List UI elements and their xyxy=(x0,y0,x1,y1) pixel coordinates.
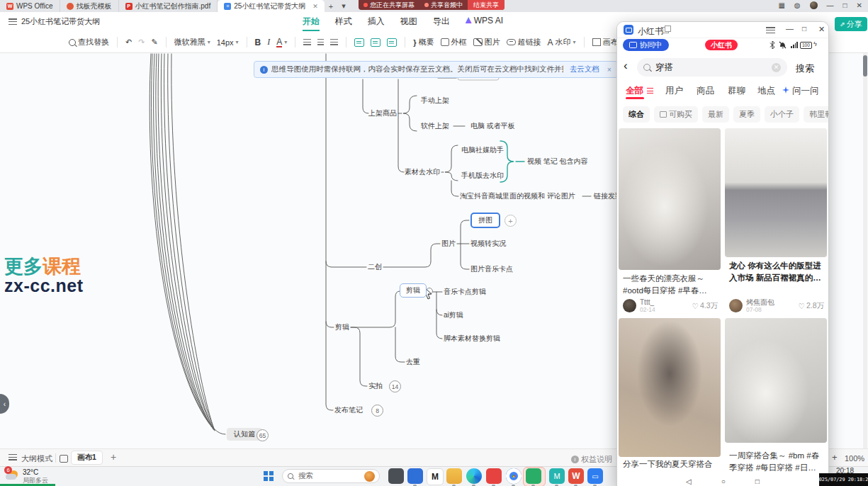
theme-icon[interactable]: ◍ xyxy=(794,1,801,9)
mindmap-node[interactable]: 手机版去水印 xyxy=(461,171,504,181)
go-cloud-docs-link[interactable]: 去云文档 xyxy=(570,64,599,74)
insert-child-node-icon[interactable] xyxy=(371,38,381,47)
tab-groups[interactable]: 群聊 xyxy=(728,85,745,97)
like-count[interactable]: ♡4.3万 xyxy=(692,301,718,311)
taskbar-icon-file-explorer[interactable] xyxy=(446,468,462,484)
mindmap-node[interactable]: 图片 xyxy=(441,239,456,249)
tab-ask[interactable]: 问一问 xyxy=(792,85,819,97)
outline-mode-icon[interactable] xyxy=(9,454,17,460)
chip-korean-style[interactable]: 韩里韩气 xyxy=(804,106,829,123)
avatar[interactable] xyxy=(729,299,743,312)
note-user-row[interactable]: Tttt_02-14 ♡4.3万 xyxy=(623,298,718,313)
tab-pdf-guide[interactable]: P 小红书笔记创作指南.pdf xyxy=(119,0,218,12)
mindmap-node[interactable]: 视频转实况 xyxy=(470,239,506,249)
mindmap-node[interactable]: 二创 xyxy=(368,262,382,272)
outline-mode-label[interactable]: 大纲模式 xyxy=(21,453,52,464)
nav-home-button[interactable]: ○ xyxy=(721,477,726,485)
menu-view[interactable]: 视图 xyxy=(400,16,417,31)
chip-summer[interactable]: 夏季 xyxy=(733,106,760,123)
insert-parent-node-icon[interactable] xyxy=(387,38,397,47)
search-input[interactable]: 穿搭 ✕ xyxy=(637,58,787,77)
mindmap-node[interactable]: 脚本素材替换剪辑 xyxy=(444,334,500,344)
mindmap-node[interactable]: 视频 笔记 包含内容 xyxy=(527,157,588,166)
format-painter-icon[interactable]: ✎ xyxy=(151,38,157,47)
mindmap-node-hovered[interactable]: 剪辑 xyxy=(400,283,427,298)
extensions-icon[interactable]: ▦ xyxy=(778,1,784,9)
clear-search-icon[interactable]: ✕ xyxy=(772,63,781,72)
align-center-icon[interactable] xyxy=(317,39,324,45)
note-title[interactable]: 龙心 你有这么牛的版型进入市场 新品百褶裙真的… xyxy=(729,260,824,283)
insert-sibling-node-icon[interactable] xyxy=(354,38,364,47)
redo-button[interactable]: ↷ xyxy=(138,38,145,47)
taskbar-icon-screen-share[interactable]: ▭ xyxy=(587,468,603,484)
filter-icon[interactable] xyxy=(647,88,653,94)
nav-back-button[interactable]: ◁ xyxy=(686,477,692,485)
taskbar-icon-wechat[interactable] xyxy=(526,468,541,484)
avatar[interactable] xyxy=(623,299,636,312)
phone-minimize-button[interactable]: — xyxy=(786,24,794,33)
start-button[interactable] xyxy=(264,471,274,481)
tab-users[interactable]: 用户 xyxy=(665,85,683,97)
font-size-select[interactable]: 14px▾ xyxy=(217,38,239,47)
outline-button[interactable]: }概要 xyxy=(413,37,434,47)
taskbar-icon-notes-app[interactable] xyxy=(388,468,404,484)
mindmap-node[interactable]: 手动上架 xyxy=(421,96,449,106)
tab-wps-office[interactable]: W WPS Office xyxy=(0,0,60,12)
mindmap-node[interactable]: 电脑 或者平板 xyxy=(470,121,515,131)
taskbar-icon-wps[interactable]: W xyxy=(568,468,584,484)
chip-comprehensive[interactable]: 综合 xyxy=(623,106,650,123)
scrollbar-thumb[interactable] xyxy=(863,55,867,77)
close-tab-icon[interactable]: ✕ xyxy=(312,3,318,10)
collab-status-pill[interactable]: 协同中 xyxy=(623,39,669,51)
menu-home[interactable]: 开始 xyxy=(303,16,320,31)
taskbar-icon-remote-app[interactable] xyxy=(407,468,423,484)
close-notice-icon[interactable]: × xyxy=(607,65,611,74)
canvas-list-icon[interactable] xyxy=(60,455,68,463)
menu-insert[interactable]: 插入 xyxy=(368,16,385,31)
chip-petite[interactable]: 小个子 xyxy=(765,106,799,123)
mindmap-node[interactable]: 电脑社媒助手 xyxy=(461,145,504,155)
canvas-tab-1[interactable]: 画布1 xyxy=(71,451,103,465)
close-button[interactable]: ✕ xyxy=(857,1,862,9)
font-family-select[interactable]: 微软雅黑▾ xyxy=(174,37,210,47)
find-replace-button[interactable]: 查找替换 xyxy=(69,37,109,47)
mindmap-node[interactable]: 剪辑 xyxy=(335,322,349,332)
tab-places[interactable]: 地点 xyxy=(757,85,775,97)
mindmap-node[interactable]: 软件上架 xyxy=(421,121,449,131)
mindmap-node[interactable]: 音乐卡点剪辑 xyxy=(444,287,486,297)
ta skbar-icon-chrome[interactable] xyxy=(506,468,522,484)
menu-wps-ai[interactable]: WPS AI xyxy=(466,16,503,31)
note-image[interactable] xyxy=(619,128,721,270)
zoom-level[interactable]: 100% xyxy=(845,454,864,463)
taskbar-icon-media-app[interactable]: M xyxy=(427,468,444,485)
hyperlink-button[interactable]: 超链接 xyxy=(507,37,541,47)
font-color-button[interactable]: A▾ xyxy=(276,38,287,47)
mindmap-node[interactable]: 素材去水印 xyxy=(405,167,440,177)
note-image[interactable] xyxy=(619,318,721,457)
tab-list-dropdown-icon[interactable]: ▾ xyxy=(337,0,350,12)
mindmap-node[interactable]: 上架商品 xyxy=(368,108,397,118)
watermark-button[interactable]: A水印▾ xyxy=(548,37,576,47)
undo-button[interactable]: ↶ xyxy=(125,38,132,47)
note-title[interactable]: 一周穿搭合集～ #bm #春季穿搭 #每日穿搭 #日… xyxy=(729,450,824,473)
align-left-icon[interactable] xyxy=(303,39,311,45)
new-tab-button[interactable]: + xyxy=(325,0,337,12)
note-image[interactable] xyxy=(725,318,827,443)
chip-purchasable[interactable]: 可购买 xyxy=(654,106,698,123)
mindmap-node[interactable]: 发布笔记 xyxy=(334,405,363,415)
mindmap-node-selected[interactable]: 拼图 xyxy=(470,213,500,228)
like-count[interactable]: ♡2.8万 xyxy=(798,301,824,311)
maximize-button[interactable]: □ xyxy=(843,1,847,9)
tab-template[interactable]: 找板壳模板 xyxy=(60,0,119,12)
main-menu-icon[interactable] xyxy=(9,18,17,25)
chip-latest[interactable]: 最新 xyxy=(702,106,729,123)
zoom-in-button[interactable]: + xyxy=(832,452,838,463)
image-button[interactable]: 图片 xyxy=(473,37,500,47)
bold-button[interactable]: B xyxy=(255,38,261,47)
add-canvas-button[interactable]: + xyxy=(111,451,116,463)
frame-button[interactable]: 外框 xyxy=(441,37,467,47)
phone-menu-icon[interactable] xyxy=(766,27,775,33)
menu-style[interactable]: 样式 xyxy=(335,16,352,31)
taskbar-search[interactable]: 搜索 xyxy=(282,469,380,483)
account-avatar[interactable] xyxy=(810,1,818,9)
